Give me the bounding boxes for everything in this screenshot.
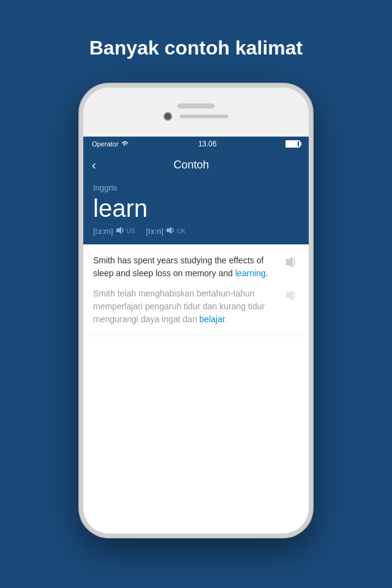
example-translation-after: .: [225, 314, 227, 324]
phone-speaker-slot: [178, 104, 214, 108]
status-time: 13.06: [198, 140, 217, 148]
example-translation-link: belajar: [200, 314, 225, 324]
phonetic-us-sound-icon[interactable]: [115, 227, 125, 236]
example-english-row: Smith has spent years studying the effec…: [93, 254, 299, 280]
nav-bar: ‹ Contoh: [83, 151, 309, 178]
svg-marker-3: [286, 290, 293, 301]
nav-title: Contoh: [101, 159, 282, 172]
word-title: learn: [93, 195, 299, 222]
example-english-link: learning: [235, 268, 266, 278]
example-translation-text: Smith telah menghabiskan bertahun-tahun …: [93, 287, 284, 326]
side-button-volume-down: [80, 250, 81, 287]
phone-camera-row: [164, 112, 228, 121]
example-translation-row: Smith telah menghabiskan bertahun-tahun …: [93, 287, 299, 326]
phone-frame: Operator 13.06 ‹ Contoh Inggris: [80, 84, 312, 537]
word-phonetics: [lɜːrn] US [lɜːn]: [93, 227, 299, 236]
page-title-text: Banyak contoh kalimat: [89, 37, 303, 59]
svg-marker-2: [286, 257, 293, 268]
status-battery: [285, 140, 300, 148]
operator-label: Operator: [92, 140, 118, 148]
phonetic-us-text: [lɜːrn]: [93, 227, 113, 236]
example-english-after: .: [266, 268, 268, 278]
side-button-silent: [80, 173, 81, 198]
content-area: Smith has spent years studying the effec…: [83, 244, 309, 533]
phonetic-uk: [lɜːn] UK: [146, 227, 186, 236]
svg-marker-1: [167, 227, 172, 234]
example-translation-sound-button[interactable]: [284, 288, 299, 303]
phone-top-bezel: [83, 88, 309, 137]
phonetic-us-label: US: [127, 228, 135, 235]
phonetic-us: [lɜːrn] US: [93, 227, 135, 236]
side-button-power: [311, 210, 312, 259]
status-bar: Operator 13.06: [83, 137, 309, 151]
word-language: Inggris: [93, 183, 299, 192]
battery-fill: [287, 141, 298, 146]
example-english-text: Smith has spent years studying the effec…: [93, 254, 284, 280]
back-button[interactable]: ‹: [92, 156, 101, 175]
example-translation-before: Smith telah menghabiskan bertahun-tahun …: [93, 288, 265, 324]
example-english-sound-button[interactable]: [284, 255, 299, 270]
svg-marker-0: [116, 227, 121, 234]
phonetic-uk-label: UK: [177, 228, 186, 235]
phonetic-uk-sound-icon[interactable]: [165, 227, 175, 236]
phonetic-uk-text: [lɜːn]: [146, 227, 164, 236]
side-button-volume-up: [80, 207, 81, 244]
phone-screen: Operator 13.06 ‹ Contoh Inggris: [83, 137, 309, 533]
phone-camera: [164, 112, 172, 121]
example-card-1: Smith has spent years studying the effec…: [83, 244, 309, 336]
phone-speaker-front: [179, 115, 228, 118]
wifi-icon: [121, 140, 129, 148]
word-header: Inggris learn [lɜːrn] US [lɜːn]: [83, 178, 309, 244]
status-operator: Operator: [92, 140, 129, 148]
